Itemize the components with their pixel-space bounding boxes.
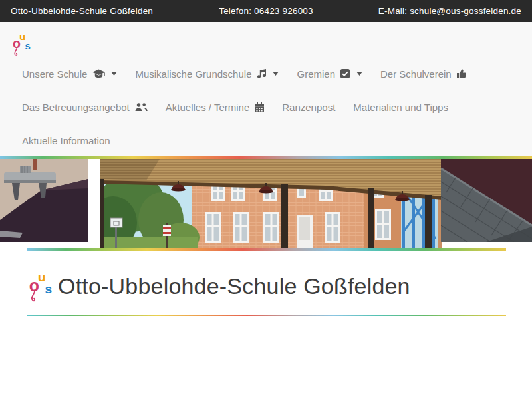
check-square-icon (340, 69, 350, 78)
nav-label: Musikalische Grundschule (135, 68, 251, 80)
nav-item-musikalische-grundschule[interactable]: Musikalische Grundschule (135, 68, 279, 80)
nav-item-aktuelle-information[interactable]: Aktuelle Information (22, 135, 110, 146)
nav-label: Materialien und Tipps (353, 102, 448, 113)
topbar-phone: Telefon: 06423 926003 (181, 6, 351, 16)
nav-item-materialien-und-tipps[interactable]: Materialien und Tipps (353, 102, 448, 113)
nav-label: Der Schulverein (380, 68, 452, 80)
ous-logo-icon: u o s (12, 30, 33, 57)
chevron-down-icon (273, 72, 279, 76)
users-icon (135, 102, 148, 112)
nav-item-ranzenpost[interactable]: Ranzenpost (282, 102, 335, 113)
page-title: u o s Otto-Ubbelohde-Schule Goßfelden (27, 269, 505, 303)
chevron-down-icon (111, 72, 117, 76)
nav-item-der-schulverein[interactable]: Der Schulverein (380, 68, 467, 80)
nav-row-1: Unsere Schule Musikalische Grundschule G… (22, 57, 525, 90)
top-bar: Otto-Ubbelohde-Schule Goßfelden Telefon:… (0, 0, 532, 22)
topbar-email: E-Mail: schule@ous-gossfelden.de (351, 6, 521, 16)
main-navigation: Unsere Schule Musikalische Grundschule G… (22, 57, 525, 157)
chevron-down-icon (356, 72, 362, 76)
nav-label: Gremien (297, 68, 335, 80)
nav-item-gremien[interactable]: Gremien (297, 68, 362, 80)
graduation-cap-icon (92, 69, 105, 79)
main-header: u o s Unsere Schule Musikalische Grundsc… (0, 22, 532, 156)
slide-school-building (100, 159, 442, 248)
page-content: u o s Otto-Ubbelohde-Schule Goßfelden (0, 251, 532, 316)
ous-logo-icon: u o s (27, 269, 57, 303)
svg-text:s: s (45, 282, 53, 296)
thumbs-up-icon (457, 69, 467, 78)
slide-red-pavement (441, 159, 532, 242)
nav-label: Unsere Schule (22, 68, 87, 80)
nav-label: Aktuelles / Termine (166, 102, 249, 113)
rainbow-stripe-bottom (27, 248, 506, 251)
site-logo[interactable]: u o s (12, 30, 33, 60)
music-icon (257, 69, 267, 78)
topbar-site-name: Otto-Ubbelohde-Schule Goßfelden (11, 6, 181, 16)
nav-label: Ranzenpost (282, 102, 335, 113)
nav-item-das-betreuungsangebot[interactable]: Das Betreuungsangebot (22, 102, 148, 113)
nav-row-2: Das Betreuungsangebot Aktuelles / Termin… (22, 90, 525, 124)
svg-text:s: s (25, 40, 31, 51)
nav-item-unsere-schule[interactable]: Unsere Schule (22, 68, 117, 80)
page-title-text: Otto-Ubbelohde-Schule Goßfelden (58, 273, 410, 299)
nav-item-aktuelles-termine[interactable]: Aktuelles / Termine (166, 102, 264, 113)
calendar-icon (255, 102, 264, 112)
slide-schoolyard-table-tennis (0, 159, 88, 242)
nav-label: Aktuelle Information (22, 135, 110, 146)
nav-label: Das Betreuungsangebot (22, 102, 130, 113)
image-slider (0, 156, 532, 251)
rainbow-underline (27, 315, 506, 316)
nav-row-3: Aktuelle Information (22, 124, 525, 157)
